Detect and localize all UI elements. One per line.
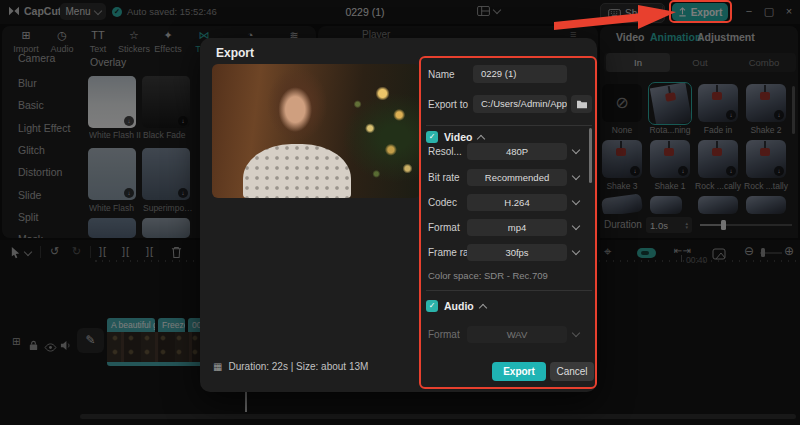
dialog-title: Export bbox=[216, 46, 254, 60]
video-preview bbox=[212, 64, 420, 198]
annotation-arrow bbox=[552, 0, 692, 34]
annotation-rectangle-settings bbox=[419, 56, 597, 389]
capcut-window: CapCut Menu ✓ Auto saved: 15:52:46 0229 … bbox=[0, 0, 800, 425]
duration-size-text: Duration: 22s | Size: about 13M bbox=[228, 361, 368, 372]
export-summary: ▦ Duration: 22s | Size: about 13M bbox=[213, 361, 368, 372]
film-icon: ▦ bbox=[213, 361, 222, 372]
